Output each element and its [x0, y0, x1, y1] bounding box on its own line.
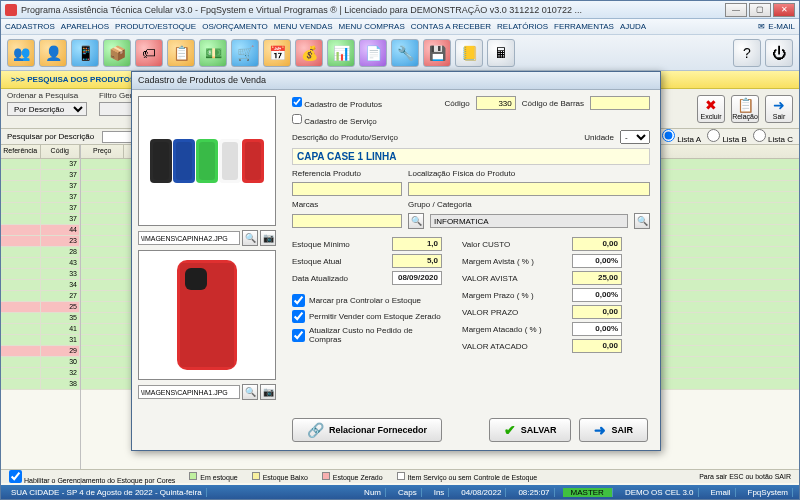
toolbar-report-icon[interactable]: 📄: [359, 39, 387, 67]
barcode-field[interactable]: [590, 96, 650, 110]
table-row[interactable]: 30: [1, 357, 80, 368]
table-row[interactable]: 43: [1, 258, 80, 269]
group-lookup-button[interactable]: 🔍: [634, 213, 650, 229]
titlebar: Programa Assistência Técnica Celular v3.…: [1, 1, 799, 19]
toolbar-tag-icon[interactable]: 🏷: [135, 39, 163, 67]
menu-aparelhos[interactable]: APARELHOS: [61, 22, 109, 31]
table-row[interactable]: 37: [1, 170, 80, 181]
radio-lista-b[interactable]: Lista B: [707, 129, 747, 144]
table-row[interactable]: 37: [1, 192, 80, 203]
toolbar-flow-icon[interactable]: 📊: [327, 39, 355, 67]
toolbar-exit-icon[interactable]: ⏻: [765, 39, 793, 67]
stock-min-field[interactable]: 1,0: [392, 237, 442, 251]
table-row[interactable]: 27: [1, 291, 80, 302]
table-row[interactable]: 44: [1, 225, 80, 236]
table-row[interactable]: 33: [1, 269, 80, 280]
toolbar-tools-icon[interactable]: 🔧: [391, 39, 419, 67]
code-field[interactable]: [476, 96, 516, 110]
cost-field[interactable]: 0,00: [572, 237, 622, 251]
table-row[interactable]: 34: [1, 280, 80, 291]
menu-ajuda[interactable]: AJUDA: [620, 22, 646, 31]
image1-path-input[interactable]: [138, 231, 240, 245]
table-row[interactable]: 29: [1, 346, 80, 357]
table-row[interactable]: 37: [1, 214, 80, 225]
toolbar-stock-icon[interactable]: 📦: [103, 39, 131, 67]
radio-lista-a[interactable]: Lista A: [662, 129, 701, 144]
value-prazo-field[interactable]: 0,00: [572, 305, 622, 319]
margin-prazo-field[interactable]: 0,00%: [572, 288, 622, 302]
menu-contas[interactable]: CONTAS A RECEBER: [411, 22, 491, 31]
image2-search-button[interactable]: 🔍: [242, 384, 258, 400]
radio-lista-c[interactable]: Lista C: [753, 129, 793, 144]
brand-lookup-button[interactable]: 🔍: [408, 213, 424, 229]
margin-atacado-field[interactable]: 0,00%: [572, 322, 622, 336]
menu-vendas[interactable]: MENU VENDAS: [274, 22, 333, 31]
x-red-icon: ✖: [705, 97, 717, 113]
toolbar-calendar-icon[interactable]: 📅: [263, 39, 291, 67]
toolbar-cart-icon[interactable]: 🛒: [231, 39, 259, 67]
stock-cur-field[interactable]: 5,0: [392, 254, 442, 268]
minimize-button[interactable]: —: [725, 3, 747, 17]
toolbar-calc-icon[interactable]: 🖩: [487, 39, 515, 67]
enable-color-checkbox[interactable]: Habilitar o Gerenciamento do Estoque por…: [9, 470, 175, 484]
table-row[interactable]: 37: [1, 159, 80, 170]
reference-field[interactable]: [292, 182, 402, 196]
exit-button[interactable]: ➜Sair: [765, 95, 793, 123]
cb-product[interactable]: Cadastro de Produtos: [292, 97, 382, 109]
ck-update-cost[interactable]: Atualizar Custo no Pedido de Compras: [292, 326, 442, 344]
main-window: Programa Assistência Técnica Celular v3.…: [0, 0, 800, 500]
cb-service[interactable]: Cadastro de Serviço: [292, 114, 382, 126]
toolbar-money-icon[interactable]: 💵: [199, 39, 227, 67]
toolbar-receivable-icon[interactable]: 💰: [295, 39, 323, 67]
value-atacado-field[interactable]: 0,00: [572, 339, 622, 353]
description-field[interactable]: CAPA CASE 1 LINHA: [292, 148, 650, 165]
toolbar-clients-icon[interactable]: 👥: [7, 39, 35, 67]
menu-relatorios[interactable]: RELATÓRIOS: [497, 22, 548, 31]
ck-control-stock[interactable]: Marcar pra Controlar o Estoque: [292, 294, 442, 307]
email-menu[interactable]: ✉ E-MAIL: [758, 22, 795, 31]
table-row[interactable]: 35: [1, 313, 80, 324]
report-button[interactable]: 📋Relação: [731, 95, 759, 123]
table-row[interactable]: 37: [1, 181, 80, 192]
ck-sell-zero[interactable]: Permitir Vender com Estoque Zerado: [292, 310, 442, 323]
margin-avista-field[interactable]: 0,00%: [572, 254, 622, 268]
image1-camera-button[interactable]: 📷: [260, 230, 276, 246]
table-row[interactable]: 31: [1, 335, 80, 346]
menu-os[interactable]: OS/ORÇAMENTO: [202, 22, 268, 31]
unit-select[interactable]: -: [620, 130, 650, 144]
toolbar-agenda-icon[interactable]: 📒: [455, 39, 483, 67]
save-button[interactable]: ✔SALVAR: [489, 418, 572, 442]
brand-field[interactable]: [292, 214, 402, 228]
image1-search-button[interactable]: 🔍: [242, 230, 258, 246]
group-field[interactable]: [430, 214, 628, 228]
dialog-exit-button[interactable]: ➜SAIR: [579, 418, 648, 442]
image2-path-input[interactable]: [138, 385, 240, 399]
table-row[interactable]: 32: [1, 368, 80, 379]
table-row[interactable]: 38: [1, 379, 80, 390]
table-row[interactable]: 25: [1, 302, 80, 313]
toolbar-device-icon[interactable]: 📱: [71, 39, 99, 67]
toolbar-suppliers-icon[interactable]: 👤: [39, 39, 67, 67]
table-row[interactable]: 28: [1, 247, 80, 258]
image2-camera-button[interactable]: 📷: [260, 384, 276, 400]
close-button[interactable]: ✕: [773, 3, 795, 17]
legend-bar: Habilitar o Gerenciamento do Estoque por…: [1, 469, 799, 483]
menu-compras[interactable]: MENU COMPRAS: [339, 22, 405, 31]
menu-cadastros[interactable]: CADASTROS: [5, 22, 55, 31]
table-row[interactable]: 41: [1, 324, 80, 335]
toolbar-help-icon[interactable]: ?: [733, 39, 761, 67]
menu-ferramentas[interactable]: FERRAMENTAS: [554, 22, 614, 31]
order-select[interactable]: Por Descrição: [7, 102, 87, 116]
table-row[interactable]: 23: [1, 236, 80, 247]
left-grid[interactable]: ReferênciaCódig 373737373737442328433334…: [1, 145, 81, 497]
toolbar-backup-icon[interactable]: 💾: [423, 39, 451, 67]
location-field[interactable]: [408, 182, 650, 196]
report-icon: 📋: [737, 97, 754, 113]
toolbar-os-icon[interactable]: 📋: [167, 39, 195, 67]
supplier-link-button[interactable]: 🔗Relacionar Fornecedor: [292, 418, 442, 442]
maximize-button[interactable]: ▢: [749, 3, 771, 17]
exclude-button[interactable]: ✖Excluir: [697, 95, 725, 123]
menu-produto[interactable]: PRODUTO/ESTOQUE: [115, 22, 196, 31]
value-avista-field[interactable]: 25,00: [572, 271, 622, 285]
table-row[interactable]: 37: [1, 203, 80, 214]
